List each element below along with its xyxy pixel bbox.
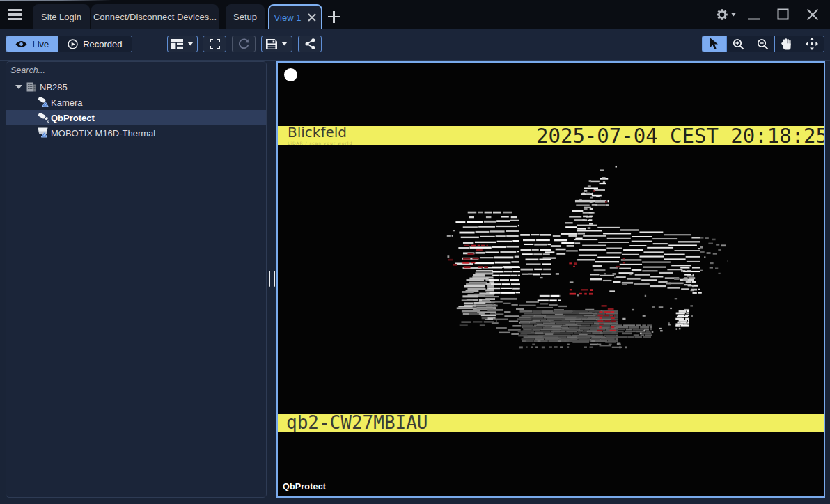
dome-camera-icon xyxy=(38,127,49,139)
vendor-tagline: LiDAR / scan your world xyxy=(288,141,385,145)
view-navigation-tools xyxy=(702,36,824,52)
tile-label: QbProtect xyxy=(283,482,326,491)
content-area: NB285 Kamera xyxy=(0,61,830,504)
panel-splitter[interactable] xyxy=(267,61,276,498)
device-id: qb2-CW27MBIAU xyxy=(286,414,428,432)
caret-down-icon xyxy=(281,42,288,46)
search-row xyxy=(6,62,266,79)
maximize-button[interactable] xyxy=(769,4,798,25)
video-tile-qbprotect[interactable]: Blickfeld LiDAR / scan your world 2025-0… xyxy=(276,61,825,498)
stream-overlay-top: Blickfeld LiDAR / scan your world 2025-0… xyxy=(278,126,824,145)
tree-item-qbprotect[interactable]: QbProtect xyxy=(6,110,266,125)
fullscreen-button[interactable] xyxy=(203,36,226,52)
window-controls xyxy=(716,0,830,29)
zoom-in-icon xyxy=(733,38,744,50)
cursor-icon xyxy=(710,38,719,50)
tree-item-nb285[interactable]: NB285 xyxy=(6,79,266,95)
zoom-out-tool-button[interactable] xyxy=(751,36,776,52)
live-button[interactable]: Live xyxy=(6,36,58,52)
tab-label: Setup xyxy=(233,12,257,22)
stream-overlay-bottom: qb2-CW27MBIAU xyxy=(278,414,824,432)
device-tree: NB285 Kamera xyxy=(6,79,266,141)
toolbar: Live Recorded xyxy=(0,29,830,61)
move-tool-button[interactable] xyxy=(799,36,824,52)
tree-item-label: Kamera xyxy=(51,97,83,108)
share-icon xyxy=(305,38,315,49)
zoom-in-tool-button[interactable] xyxy=(727,36,751,52)
select-tool-button[interactable] xyxy=(703,36,727,52)
zoom-out-icon xyxy=(757,38,769,50)
vendor-logo: Blickfeld LiDAR / scan your world xyxy=(288,126,385,145)
title-bar: Site Login Connect/Disconnect Devices...… xyxy=(0,0,830,29)
layout-select-button[interactable] xyxy=(167,36,198,52)
fullscreen-icon xyxy=(210,39,220,49)
device-tree-panel: NB285 Kamera xyxy=(6,61,267,498)
caret-down-icon xyxy=(187,42,194,46)
bullet-camera-icon xyxy=(38,97,49,108)
tab-label: Site Login xyxy=(41,12,81,22)
expander-arrow-icon[interactable] xyxy=(15,85,22,89)
splitter-grip-icon xyxy=(269,271,275,287)
layout-icon xyxy=(171,39,183,49)
bullet-camera-icon xyxy=(38,113,49,124)
maximize-icon xyxy=(777,8,790,21)
live-label: Live xyxy=(32,39,49,49)
move-arrows-icon xyxy=(806,38,818,50)
share-button[interactable] xyxy=(298,36,322,52)
tab-label: Connect/Disconnect Devices... xyxy=(93,12,217,22)
search-input[interactable] xyxy=(6,62,266,79)
minimize-button[interactable] xyxy=(739,4,769,25)
play-circle-icon xyxy=(68,39,78,49)
window-top-highlight xyxy=(0,0,111,1)
pan-tool-button[interactable] xyxy=(775,36,799,52)
save-button[interactable] xyxy=(261,36,292,52)
application-window: Site Login Connect/Disconnect Devices...… xyxy=(0,0,830,504)
tab-setup[interactable]: Setup xyxy=(226,4,265,29)
refresh-button[interactable] xyxy=(232,36,256,52)
tab-close-icon[interactable] xyxy=(308,13,316,22)
tree-item-label: QbProtect xyxy=(51,113,95,123)
main-menu-button[interactable] xyxy=(8,9,22,20)
site-building-icon xyxy=(26,82,36,92)
recording-indicator xyxy=(284,68,297,81)
minimize-icon xyxy=(747,8,761,21)
stream-datetime: 2025-07-04 CEST 20:18:25 xyxy=(536,126,824,145)
close-icon xyxy=(806,8,819,21)
point-cloud-canvas xyxy=(278,153,824,411)
tab-label: View 1 xyxy=(274,13,302,23)
recorded-button[interactable]: Recorded xyxy=(58,36,132,52)
settings-menu-button[interactable] xyxy=(716,4,739,25)
vendor-logo-text: Blickfeld xyxy=(288,126,385,140)
close-window-button[interactable] xyxy=(798,4,827,25)
save-icon xyxy=(266,39,277,49)
tree-item-kamera[interactable]: Kamera xyxy=(6,95,266,110)
eye-icon xyxy=(15,40,27,48)
recorded-label: Recorded xyxy=(83,39,122,49)
tree-item-mobotix-m16d-thermal[interactable]: MOBOTIX M16D-Thermal xyxy=(6,125,266,141)
gear-icon xyxy=(716,7,737,22)
tab-site-login[interactable]: Site Login xyxy=(33,4,90,29)
tree-item-label: NB285 xyxy=(40,82,68,93)
tab-connect-disconnect-devices[interactable]: Connect/Disconnect Devices... xyxy=(91,4,219,29)
hamburger-icon xyxy=(8,9,22,11)
live-recorded-toggle: Live Recorded xyxy=(6,36,132,52)
tree-item-label: MOBOTIX M16D-Thermal xyxy=(51,128,155,139)
new-tab-button[interactable] xyxy=(326,8,343,25)
tab-view-1[interactable]: View 1 xyxy=(268,4,322,29)
hand-icon xyxy=(781,38,792,50)
refresh-icon xyxy=(237,38,250,50)
caret-down-icon xyxy=(731,13,736,17)
